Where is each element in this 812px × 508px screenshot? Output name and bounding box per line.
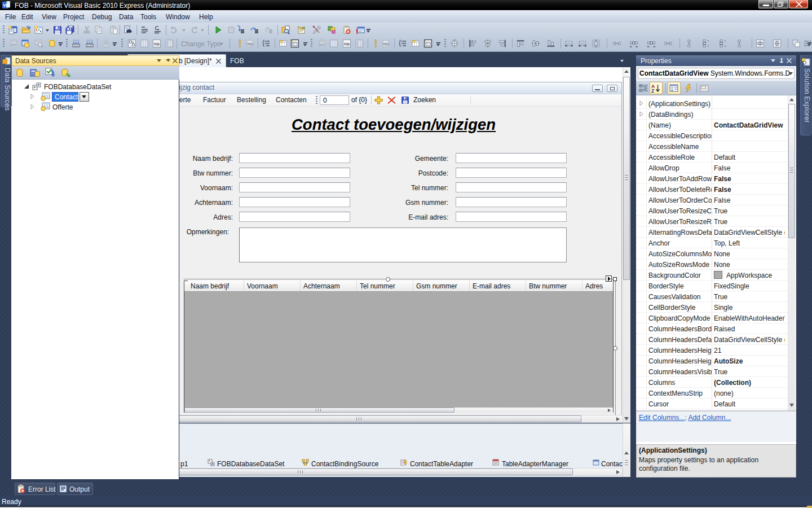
svg-text:SQL: SQL <box>344 42 351 46</box>
svg-text:Z: Z <box>651 88 654 93</box>
svg-text:SQL: SQL <box>247 42 254 46</box>
svg-text:SQL: SQL <box>154 42 161 46</box>
svg-text:VB: VB <box>3 3 9 8</box>
svg-text:SQL: SQL <box>383 42 390 46</box>
